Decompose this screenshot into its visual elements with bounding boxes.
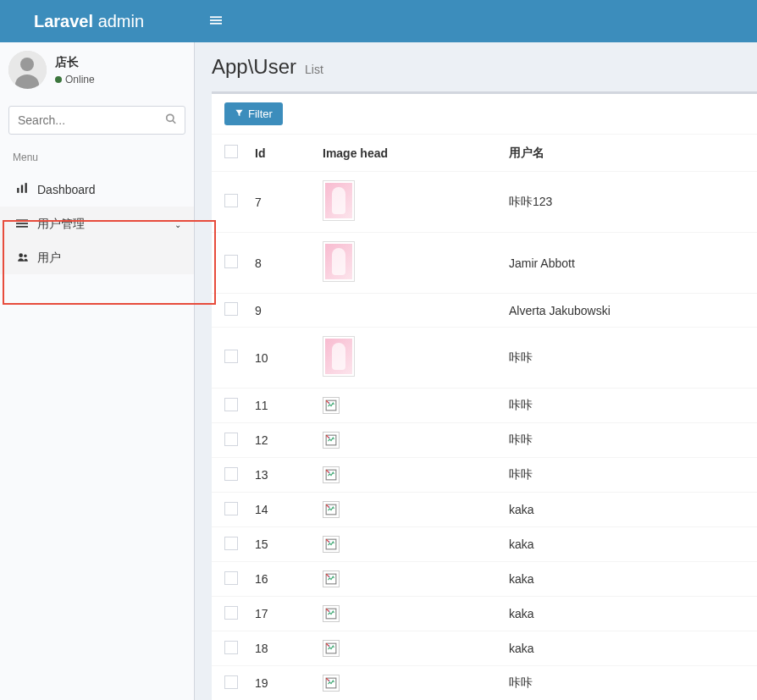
sidebar-toggle[interactable] [195,14,237,29]
sidebar-item-user-mgmt[interactable]: 用户管理 ⌄ [0,207,194,242]
row-checkbox[interactable] [224,255,238,268]
select-all-checkbox[interactable] [224,145,238,158]
data-box: Filter Id Image head 用户名 7咔咔1238Jamir Ab… [212,91,757,700]
row-checkbox[interactable] [224,398,238,411]
filter-icon [235,107,244,120]
brand-logo[interactable]: Laravel admin [0,12,195,31]
menu-header: Menu [0,143,194,172]
header-id[interactable]: Id [246,135,314,172]
table-row: 17kaka [212,597,757,631]
svg-point-14 [19,253,23,257]
table-row: 15kaka [212,527,757,562]
cell-username: kaka [500,597,757,631]
user-name: 店长 [55,55,95,70]
cell-id: 19 [246,666,314,701]
cell-image [314,328,500,389]
broken-image-icon[interactable] [323,640,340,657]
svg-rect-2 [210,22,222,24]
cell-id: 11 [246,389,314,423]
filter-button[interactable]: Filter [224,102,283,125]
table-row: 13咔咔 [212,458,757,493]
svg-rect-10 [25,183,27,193]
row-checkbox[interactable] [224,433,238,446]
cell-image [314,527,500,562]
cell-image [314,562,500,597]
header-checkbox [212,135,246,172]
user-table: Id Image head 用户名 7咔咔1238Jamir Abbott9Al… [212,134,757,700]
search-input[interactable] [8,106,185,135]
search-icon[interactable] [165,113,177,128]
cell-image [314,666,500,701]
table-row: 12咔咔 [212,423,757,458]
svg-rect-9 [21,185,23,193]
cell-id: 14 [246,493,314,527]
cell-username: 咔咔 [500,458,757,493]
table-row: 14kaka [212,493,757,527]
user-thumbnail[interactable] [323,180,355,221]
table-header-row: Id Image head 用户名 [212,135,757,172]
svg-point-15 [24,254,27,257]
sidebar-item-dashboard[interactable]: Dashboard [0,172,194,207]
row-checkbox[interactable] [224,467,238,481]
svg-rect-13 [16,225,28,227]
row-checkbox[interactable] [224,502,238,515]
row-checkbox[interactable] [224,302,238,316]
table-row: 8Jamir Abbott [212,233,757,294]
broken-image-icon[interactable] [323,397,340,414]
row-checkbox[interactable] [224,641,238,654]
row-checkbox[interactable] [224,350,238,363]
broken-image-icon[interactable] [323,432,340,449]
broken-image-icon[interactable] [323,570,340,587]
table-row: 18kaka [212,631,757,666]
header-image[interactable]: Image head [314,135,500,172]
sidebar-subitem-label: 用户 [37,251,61,266]
cell-username: 咔咔123 [500,172,757,233]
broken-image-icon[interactable] [323,605,340,622]
cell-id: 7 [246,172,314,233]
broken-image-icon[interactable] [323,536,340,553]
svg-rect-11 [16,219,28,221]
table-row: 9Alverta Jakubowski [212,294,757,328]
header-username[interactable]: 用户名 [500,135,757,172]
cell-image [314,597,500,631]
cell-image [314,423,500,458]
cell-id: 8 [246,233,314,294]
cell-username: Alverta Jakubowski [500,294,757,328]
cell-username: kaka [500,493,757,527]
broken-image-icon[interactable] [323,466,340,483]
svg-rect-8 [17,188,19,193]
cell-id: 17 [246,597,314,631]
top-header: Laravel admin [0,0,757,42]
chevron-down-icon: ⌄ [174,220,181,229]
box-header: Filter [212,94,757,134]
broken-image-icon[interactable] [323,501,340,518]
page-title: App\User [212,55,296,79]
row-checkbox[interactable] [224,606,238,620]
sidebar: 店长 Online Menu Dashboard 用户管理 ⌄ [0,42,195,700]
user-thumbnail[interactable] [323,241,355,282]
user-panel: 店长 Online [0,42,194,97]
brand-bold: Laravel [34,12,93,30]
row-checkbox[interactable] [224,194,238,207]
cell-image [314,493,500,527]
cell-image [314,172,500,233]
cell-image [314,233,500,294]
svg-rect-12 [16,223,28,224]
table-row: 10咔咔 [212,328,757,389]
row-checkbox[interactable] [224,571,238,585]
user-info: 店长 Online [55,55,95,85]
row-checkbox[interactable] [224,675,238,689]
table-row: 19咔咔 [212,666,757,701]
svg-point-4 [20,58,34,71]
avatar[interactable] [8,51,47,89]
row-checkbox[interactable] [224,537,238,550]
cell-id: 16 [246,562,314,597]
cell-image [314,458,500,493]
cell-id: 10 [246,328,314,389]
cell-id: 18 [246,631,314,666]
sidebar-subitem-user[interactable]: 用户 [0,242,194,274]
cell-username: 咔咔 [500,389,757,423]
cell-id: 12 [246,423,314,458]
broken-image-icon[interactable] [323,675,340,692]
user-thumbnail[interactable] [323,336,355,377]
